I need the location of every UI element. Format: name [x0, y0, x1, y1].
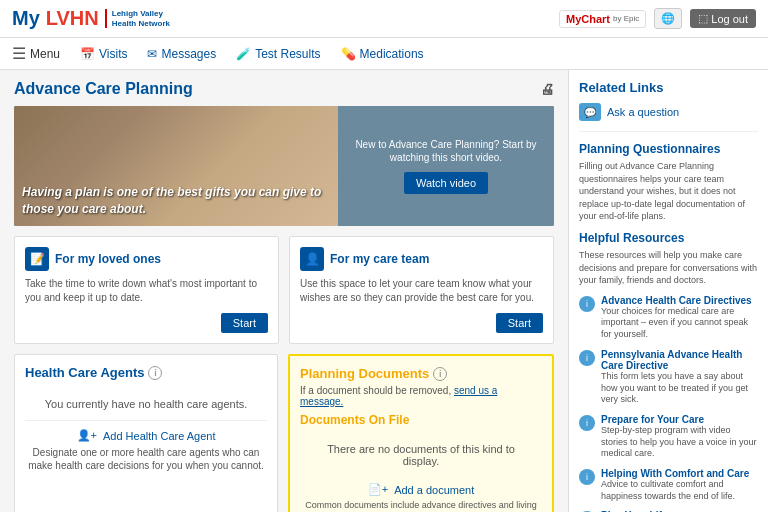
- no-agents-text: You currently have no health care agents…: [25, 388, 267, 421]
- health-agents-panel: Health Care Agents i You currently have …: [14, 354, 278, 512]
- care-team-start-button[interactable]: Start: [496, 313, 543, 333]
- bottom-row: Health Care Agents i You currently have …: [14, 354, 554, 512]
- logo-lvhn: LVHN: [46, 7, 99, 30]
- mychart-label: MyChart: [566, 13, 610, 25]
- helpful-resources-desc: These resources will help you make care …: [579, 249, 758, 287]
- hero-banner: Having a plan is one of the best gifts y…: [14, 106, 554, 226]
- content-area: Advance Care Planning 🖨 Having a plan is…: [0, 70, 568, 512]
- card-loved-ones-header: 📝 For my loved ones: [25, 247, 268, 271]
- resource-item: i Helping With Comfort and Care Advice t…: [579, 468, 758, 502]
- planning-questionnaires-desc: Filling out Advance Care Planning questi…: [579, 160, 758, 223]
- resource-name[interactable]: Prepare for Your Care: [601, 414, 758, 425]
- add-agent-desc: Designate one or more health care agents…: [25, 446, 267, 472]
- resource-text: Helping With Comfort and Care Advice to …: [601, 468, 758, 502]
- resource-desc: Your choices for medical care are import…: [601, 306, 758, 341]
- docs-on-file-title: Documents On File: [300, 413, 542, 427]
- loved-ones-icon: 📝: [25, 247, 49, 271]
- loved-ones-title: For my loved ones: [55, 252, 161, 266]
- planning-docs-panel: Planning Documents i If a document shoul…: [288, 354, 554, 512]
- helpful-resources-title: Helpful Resources: [579, 231, 758, 245]
- resource-text: Advance Health Care Directives Your choi…: [601, 295, 758, 341]
- ask-question-link[interactable]: 💬 Ask a question: [579, 103, 758, 132]
- cards-row: 📝 For my loved ones Take the time to wri…: [14, 236, 554, 344]
- planning-docs-info-icon[interactable]: i: [433, 367, 447, 381]
- globe-icon-button[interactable]: 🌐: [654, 8, 682, 29]
- resource-text: Prepare for Your Care Step-by-step progr…: [601, 414, 758, 460]
- add-document-link[interactable]: 📄+ Add a document: [300, 483, 542, 496]
- health-agents-info-icon[interactable]: i: [148, 366, 162, 380]
- care-team-desc: Use this space to let your care team kno…: [300, 277, 543, 305]
- nav-bar: ☰ Menu 📅 Visits ✉ Messages 🧪 Test Result…: [0, 38, 768, 70]
- card-care-team: 👤 For my care team Use this space to let…: [289, 236, 554, 344]
- add-doc-icon: 📄+: [368, 483, 388, 496]
- resource-icon: i: [579, 415, 595, 431]
- nav-test-results[interactable]: 🧪 Test Results: [236, 47, 320, 61]
- resource-desc: Step-by-step program with video stories …: [601, 425, 758, 460]
- resource-icon: i: [579, 296, 595, 312]
- add-doc-section: 📄+ Add a document Common documents inclu…: [300, 483, 542, 512]
- sidebar: Related Links 💬 Ask a question Planning …: [568, 70, 768, 512]
- header: MyLVHN Lehigh Valley Health Network MyCh…: [0, 0, 768, 38]
- test-results-icon: 🧪: [236, 47, 251, 61]
- hero-intro-text: New to Advance Care Planning? Start by w…: [348, 138, 544, 164]
- no-docs-text: There are no documents of this kind to d…: [300, 433, 542, 477]
- planning-questionnaires-title: Planning Questionnaires: [579, 142, 758, 156]
- messages-icon: ✉: [147, 47, 157, 61]
- page-title-row: Advance Care Planning 🖨: [14, 80, 554, 98]
- resource-name[interactable]: Advance Health Care Directives: [601, 295, 758, 306]
- watch-video-button[interactable]: Watch video: [404, 172, 488, 194]
- nav-medications[interactable]: 💊 Medications: [341, 47, 424, 61]
- logo-my: My: [12, 7, 40, 30]
- add-doc-desc: Common documents include advance directi…: [300, 500, 542, 512]
- card-loved-ones: 📝 For my loved ones Take the time to wri…: [14, 236, 279, 344]
- mychart-badge: MyChart by Epic: [559, 10, 646, 28]
- chat-icon: 💬: [579, 103, 601, 121]
- sidebar-title: Related Links: [579, 80, 758, 95]
- planning-docs-title: Planning Documents i: [300, 366, 542, 381]
- mychart-epic: by Epic: [613, 14, 639, 23]
- logout-button[interactable]: ⬚ Log out: [690, 9, 756, 28]
- resource-item: i Prepare for Your Care Step-by-step pro…: [579, 414, 758, 460]
- logo-network: Lehigh Valley Health Network: [105, 9, 170, 28]
- logout-icon: ⬚: [698, 12, 708, 25]
- loved-ones-start-button[interactable]: Start: [221, 313, 268, 333]
- health-agents-title: Health Care Agents i: [25, 365, 267, 380]
- add-agent-icon: 👤+: [77, 429, 97, 442]
- resources-list: i Advance Health Care Directives Your ch…: [579, 295, 758, 512]
- resource-item: i Pennsylvania Advance Health Care Direc…: [579, 349, 758, 406]
- main-layout: Advance Care Planning 🖨 Having a plan is…: [0, 70, 768, 512]
- nav-messages[interactable]: ✉ Messages: [147, 47, 216, 61]
- header-right: MyChart by Epic 🌐 ⬚ Log out: [559, 8, 756, 29]
- resource-name[interactable]: Pennsylvania Advance Health Care Directi…: [601, 349, 758, 371]
- resource-desc: This form lets you have a say about how …: [601, 371, 758, 406]
- hero-right-panel: New to Advance Care Planning? Start by w…: [338, 106, 554, 226]
- care-team-icon: 👤: [300, 247, 324, 271]
- resource-name[interactable]: Helping With Comfort and Care: [601, 468, 758, 479]
- visits-icon: 📅: [80, 47, 95, 61]
- resource-text: Pennsylvania Advance Health Care Directi…: [601, 349, 758, 406]
- nav-visits[interactable]: 📅 Visits: [80, 47, 127, 61]
- page-title: Advance Care Planning: [14, 80, 193, 98]
- resource-icon: i: [579, 469, 595, 485]
- print-icon[interactable]: 🖨: [540, 81, 554, 97]
- card-care-team-header: 👤 For my care team: [300, 247, 543, 271]
- loved-ones-desc: Take the time to write down what's most …: [25, 277, 268, 305]
- hero-image: Having a plan is one of the best gifts y…: [14, 106, 338, 226]
- add-agent-link[interactable]: 👤+ Add Health Care Agent: [25, 429, 267, 442]
- nav-menu[interactable]: ☰ Menu: [12, 44, 60, 63]
- planning-docs-info-text: If a document should be removed, send us…: [300, 385, 542, 407]
- resource-item: i Advance Health Care Directives Your ch…: [579, 295, 758, 341]
- resource-desc: Advice to cultivate comfort and happines…: [601, 479, 758, 502]
- logo: MyLVHN Lehigh Valley Health Network: [12, 7, 170, 30]
- resource-icon: i: [579, 350, 595, 366]
- care-team-title: For my care team: [330, 252, 429, 266]
- medications-icon: 💊: [341, 47, 356, 61]
- hero-quote: Having a plan is one of the best gifts y…: [22, 184, 330, 218]
- hamburger-icon: ☰: [12, 44, 26, 63]
